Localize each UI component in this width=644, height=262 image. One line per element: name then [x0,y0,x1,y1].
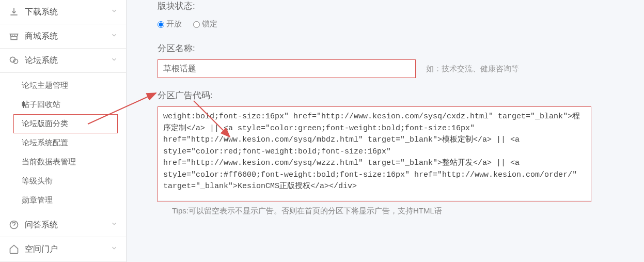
radio-open[interactable]: 开放 [158,19,182,28]
menu-qa[interactable]: 问答系统 [0,213,126,237]
zone-name-label: 分区名称: [158,42,629,54]
menu-label: 问答系统 [25,220,58,230]
chevron-down-icon [111,56,118,65]
menu-label: 商城系统 [25,31,58,42]
zone-name-input[interactable] [158,59,416,78]
shop-icon [8,30,20,42]
menu-label: 论坛系统 [25,55,58,66]
field-status: 版块状态: 开放 锁定 [158,0,629,31]
field-ad-code: 分区广告代码: Tips:可以留空表示不显示广告。否则在首页的分区下将显示广告，… [158,89,629,216]
chat-icon [8,55,20,66]
sidebar-item-rank[interactable]: 等级头衔 [0,172,126,191]
home-icon [8,243,20,255]
sidebar-item-recycle[interactable]: 帖子回收站 [0,95,126,114]
menu-label: 下载系统 [25,7,58,18]
chevron-down-icon [111,32,118,41]
chevron-down-icon [111,7,118,17]
sidebar: 下载系统 商城系统 论坛系统 论坛主题管理 帖子回收站 [0,0,127,262]
main-panel: 版块状态: 开放 锁定 分区名称: 如：技术交流、健康咨询等 分区广告代码: T… [127,0,644,262]
menu-download[interactable]: 下载系统 [0,0,126,24]
question-icon [8,219,20,230]
sidebar-item-medal[interactable]: 勋章管理 [0,191,126,210]
chevron-down-icon [111,220,118,229]
field-zone-name: 分区名称: 如：技术交流、健康咨询等 [158,42,629,78]
sidebar-item-forum-config[interactable]: 论坛系统配置 [0,133,126,152]
sidebar-item-board-category[interactable]: 论坛版面分类 [13,114,118,133]
menu-forum[interactable]: 论坛系统 [0,49,126,73]
menu-space[interactable]: 空间门户 [0,237,126,261]
zone-name-hint: 如：技术交流、健康咨询等 [426,64,519,74]
menu-mall[interactable]: 商城系统 [0,24,126,49]
ad-code-textarea[interactable] [158,107,591,200]
submenu-forum: 论坛主题管理 帖子回收站 论坛版面分类 论坛系统配置 当前数据表管理 等级头衔 … [0,73,126,213]
ad-code-tips: Tips:可以留空表示不显示广告。否则在首页的分区下将显示广告，支持HTML语 [158,206,629,216]
download-icon [8,6,20,18]
sidebar-item-topic-mgmt[interactable]: 论坛主题管理 [0,76,126,95]
chevron-down-icon [111,244,118,254]
menu-label: 空间门户 [25,244,58,255]
radio-lock[interactable]: 锁定 [193,19,217,28]
ad-code-label: 分区广告代码: [158,89,629,101]
status-label: 版块状态: [158,0,629,12]
sidebar-item-table-mgmt[interactable]: 当前数据表管理 [0,152,126,172]
